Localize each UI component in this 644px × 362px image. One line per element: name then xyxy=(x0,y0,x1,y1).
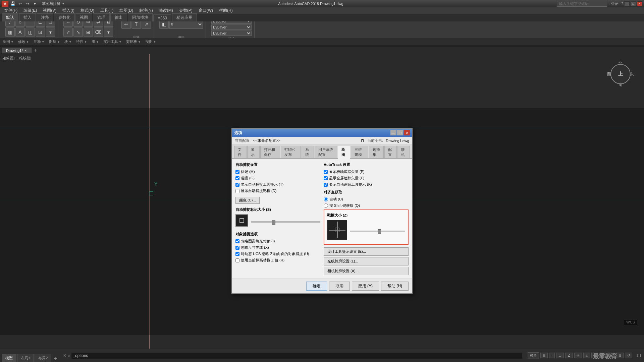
cmd-icon-x[interactable]: ✕ xyxy=(63,353,66,358)
target-slider-thumb[interactable] xyxy=(378,229,381,234)
rectangle-tool[interactable]: □ xyxy=(46,21,55,27)
check-elevation-input[interactable] xyxy=(235,258,239,262)
check-dim-input[interactable] xyxy=(235,246,239,250)
rb-clipboard[interactable]: 剪贴板 ▾ xyxy=(126,39,140,44)
status-dynucs[interactable]: ⟂ xyxy=(583,353,590,358)
menu-insert[interactable]: 插入(I) xyxy=(60,7,77,14)
dialog-close-btn[interactable]: ✕ xyxy=(404,130,410,135)
menu-modify[interactable]: 修改(M) xyxy=(156,7,176,14)
modify-more[interactable]: ▾ xyxy=(104,27,113,37)
check-hatch-input[interactable] xyxy=(235,239,239,243)
rb-utility[interactable]: 实用工具 ▾ xyxy=(103,39,121,44)
menu-dimension[interactable]: 标注(N) xyxy=(137,7,156,14)
add-layout-btn[interactable]: + xyxy=(52,355,59,362)
check-dynucs-input[interactable] xyxy=(235,252,239,256)
status-grid[interactable]: ⊞ xyxy=(540,353,548,358)
dimension-tool[interactable]: ⇿ xyxy=(121,21,131,29)
gradient-tool[interactable]: ◫ xyxy=(25,27,35,37)
rotate-tool[interactable]: ↻ xyxy=(73,21,83,27)
dialog-tab-3d[interactable]: 三维建模 xyxy=(351,146,368,158)
rb-view[interactable]: 视图 ▾ xyxy=(145,39,156,44)
check-tooltip-input[interactable] xyxy=(235,183,239,187)
array-tool[interactable]: ⊞ xyxy=(84,27,93,37)
status-polar[interactable]: ∠ xyxy=(565,353,573,358)
camera-btn[interactable]: 相机轮廓设置 (A)... xyxy=(324,267,409,275)
menu-help[interactable]: 帮助(H) xyxy=(216,7,235,14)
menu-draw[interactable]: 绘图(D) xyxy=(117,7,136,14)
apply-button[interactable]: 应用 (A) xyxy=(352,282,379,291)
dialog-tab-selection[interactable]: 选择集 xyxy=(369,146,384,158)
menu-params[interactable]: 参数(P) xyxy=(176,7,195,14)
rb-annotate[interactable]: 注释 ▾ xyxy=(34,39,44,44)
tab-drawing1[interactable]: Drawing1* ✕ xyxy=(2,48,32,53)
help-button[interactable]: 帮助 (H) xyxy=(381,282,409,291)
rb-group[interactable]: 组 ▾ xyxy=(92,39,98,44)
rb-block[interactable]: 块 ▾ xyxy=(64,39,71,44)
check-marker-input[interactable] xyxy=(235,170,239,174)
status-quickprop[interactable]: ⊟ xyxy=(616,353,624,358)
dialog-tab-display[interactable]: 显示 xyxy=(247,146,260,158)
menu-edit[interactable]: 编辑(E) xyxy=(21,7,40,14)
check-magnet-input[interactable] xyxy=(235,176,239,180)
ok-button[interactable]: 确定 xyxy=(306,282,327,291)
menu-file[interactable]: 文件(F) xyxy=(2,7,20,14)
qa-more[interactable]: ▼ xyxy=(32,1,38,6)
model-tab-layout2[interactable]: 布局2 xyxy=(35,354,51,362)
check-aperture-input[interactable] xyxy=(235,189,239,193)
ribbon-tab-default[interactable]: 默认 xyxy=(2,13,18,21)
dialog-tab-files[interactable]: 文件 xyxy=(234,146,247,158)
hatch-tool[interactable]: ▦ xyxy=(5,27,15,37)
radio-shift-input[interactable] xyxy=(324,203,328,208)
tab-close-icon[interactable]: ✕ xyxy=(24,49,27,52)
circle-tool[interactable]: ○ xyxy=(15,21,25,27)
check-autotrack-tip-input[interactable] xyxy=(324,183,328,187)
ribbon-tab-addons[interactable]: 附加模块 xyxy=(128,13,153,21)
arc-tool[interactable]: ⌒ xyxy=(25,21,35,27)
marker-slider-thumb[interactable] xyxy=(272,220,275,225)
ribbon-tab-insert[interactable]: 插入 xyxy=(19,13,36,21)
command-input[interactable] xyxy=(71,353,522,359)
qa-undo[interactable]: ↩ xyxy=(17,1,23,6)
rb-modify[interactable]: 修改 ▾ xyxy=(18,39,29,44)
new-tab-btn[interactable]: + xyxy=(32,47,39,54)
model-tab-model[interactable]: 模型 xyxy=(2,354,16,362)
dialog-tab-draw[interactable]: 绘图 xyxy=(338,146,350,159)
color-button[interactable]: 颜色 (C)... xyxy=(235,197,260,204)
leader-tool[interactable]: ↗ xyxy=(142,21,151,29)
move-tool[interactable]: ↔ xyxy=(63,21,73,27)
draw-more[interactable]: ▾ xyxy=(46,27,55,37)
ribbon-tab-view[interactable]: 视图 xyxy=(75,13,92,21)
check-fullscreen-input[interactable] xyxy=(324,176,328,180)
color-select[interactable]: ByLayer xyxy=(211,21,252,24)
status-snap[interactable]: ⋅ xyxy=(549,353,555,358)
signin-btn[interactable]: 登录 xyxy=(611,1,618,6)
dialog-minimize-btn[interactable]: — xyxy=(390,130,396,135)
menu-tools[interactable]: 工具(T) xyxy=(98,7,116,14)
status-model[interactable]: 模型 xyxy=(528,352,539,359)
rb-map[interactable]: 图层 ▾ xyxy=(49,39,59,44)
lightray-btn[interactable]: 光线轮廓设置 (L)... xyxy=(324,257,409,265)
dialog-maximize-btn[interactable]: □ xyxy=(397,130,403,135)
dialog-tab-system[interactable]: 系统 xyxy=(302,146,314,158)
menu-view[interactable]: 视图(V) xyxy=(40,7,59,14)
text-tool[interactable]: A xyxy=(15,27,25,37)
text-annotation[interactable]: T xyxy=(131,21,141,29)
cmd-icon-search[interactable]: ⌕ xyxy=(68,353,70,358)
target-slider-track[interactable] xyxy=(350,231,405,232)
workspace-dropdown[interactable]: ▼ xyxy=(62,2,65,5)
qa-redo[interactable]: ↪ xyxy=(24,1,31,6)
maximize-btn[interactable]: □ xyxy=(631,1,636,6)
status-osnap[interactable]: ◎ xyxy=(574,353,582,358)
copy-tool[interactable]: ⧉ xyxy=(104,21,113,27)
mirror-tool[interactable]: ⇌ xyxy=(94,21,103,27)
radio-auto-input[interactable] xyxy=(324,197,328,201)
trim-tool[interactable]: ✂ xyxy=(84,21,93,27)
stretch-tool[interactable]: ⤢ xyxy=(63,27,73,37)
boundary-tool[interactable]: ⊡ xyxy=(36,27,45,37)
status-ortho[interactable]: ⊥ xyxy=(556,353,564,358)
ribbon-tab-annotate[interactable]: 注释 xyxy=(37,13,53,21)
status-selcycle[interactable]: ↺ xyxy=(625,353,632,358)
ribbon-tab-parametric[interactable]: 参数化 xyxy=(54,13,75,21)
search-input[interactable] xyxy=(557,1,607,7)
dialog-tab-profile[interactable]: 配置 xyxy=(384,146,397,158)
